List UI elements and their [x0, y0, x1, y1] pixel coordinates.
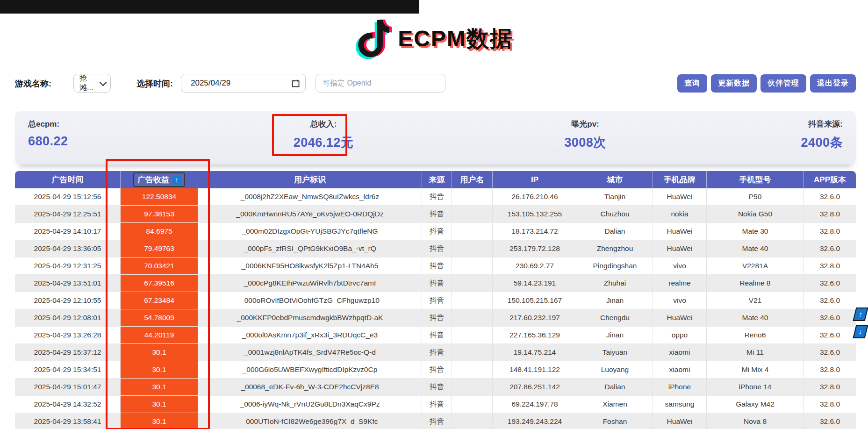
cell-source: 抖音	[422, 361, 452, 379]
sort-control[interactable]: 广告收益↑	[133, 172, 185, 187]
stat-value: 2046.12元	[277, 134, 370, 151]
cell-phone-brand: oppo	[653, 327, 707, 344]
stat-total-income: 总收入: 2046.12元	[277, 119, 370, 151]
cell-phone-brand: HuaWei	[653, 309, 707, 327]
cell-user-id: _0008j2hZ2XEaw_NmwSQ8uIZwkcs_ldr6z	[198, 188, 422, 206]
cell-city: Pingdingshan	[577, 257, 653, 275]
cell-source: 抖音	[422, 379, 452, 396]
table-row: 2025-04-29 13:36:0579.49763_000pFs_zfRSI…	[15, 240, 856, 257]
cell-ad-revenue: 30.1	[121, 413, 198, 429]
cell-source: 抖音	[422, 344, 452, 361]
cell-ad-revenue: 97.38153	[121, 206, 198, 223]
cell-ad-time: 2025-04-29 13:51:01	[15, 275, 121, 292]
cell-ad-revenue: 54.78009	[121, 309, 198, 327]
cell-user-id: _000KmHwnnRU57AYe_oKv5jwEO-0RDQjDz	[198, 206, 422, 223]
column-header-city: 城市	[577, 171, 653, 188]
cell-phone-model: Mate 40	[707, 309, 804, 327]
cell-ad-time: 2025-04-29 12:08:01	[15, 309, 121, 327]
cell-user-id: _000UTIoN-fCI82We6ge396g7X_d_S9Kfc	[198, 413, 422, 429]
partner-manage-button[interactable]: 伙伴管理	[760, 74, 806, 93]
cell-username	[452, 188, 493, 206]
cell-app-version: 32.8.0	[804, 396, 856, 413]
cell-city: Foshan	[577, 413, 653, 429]
cell-city: Taiyuan	[577, 344, 653, 361]
table-row: 2025-04-29 13:26:2844.20119_000ol0AsKmn7…	[15, 327, 856, 344]
cell-app-version: 32.6.0	[804, 188, 856, 206]
cell-ip: 207.86.251.142	[493, 379, 577, 396]
cell-source: 抖音	[422, 327, 452, 344]
cell-username	[452, 309, 493, 327]
date-value: 2025/04/29	[191, 79, 230, 88]
cell-phone-brand: HuaWei	[653, 223, 707, 240]
cell-app-version: 32.6.0	[804, 344, 856, 361]
query-button[interactable]: 查询	[677, 74, 707, 93]
cell-ip: 253.179.72.128	[493, 240, 577, 257]
table-row: 2025-04-29 13:58:4130.1_000UTIoN-fCI82We…	[15, 413, 856, 429]
ecpm-data-table: 广告时间广告收益↑用户标识来源用户名IP城市手机品牌手机型号APP版本 2025…	[15, 171, 856, 429]
table-row: 2025-04-29 15:01:4730.1_00068_eDK-Fv-6h_…	[15, 379, 856, 396]
browser-dark-strip	[0, 0, 419, 14]
cell-phone-model: Realme 8	[707, 275, 804, 292]
date-picker-input[interactable]: 2025/04/29	[181, 74, 306, 93]
cell-app-version: 32.8.0	[804, 361, 856, 379]
cell-source: 抖音	[422, 240, 452, 257]
cell-ip: 148.41.191.122	[493, 361, 577, 379]
game-name-label: 游戏名称:	[15, 78, 51, 89]
column-header-phone-brand: 手机品牌	[653, 171, 707, 188]
table-row: 2025-04-29 12:10:5567.23484_000oROvIfBOt…	[15, 292, 856, 309]
chevron-down-icon	[100, 79, 107, 86]
table-row: 2025-04-29 12:25:5197.38153_000KmHwnnRU5…	[15, 206, 856, 223]
table-row: 2025-04-29 14:32:5230.1_0006-iyWq-Nk_rVn…	[15, 396, 856, 413]
cell-city: Tianjin	[577, 188, 653, 206]
cell-user-id: _000m02DIzgxOpGt-YUjSBGJYc7qtfleNG	[198, 223, 422, 240]
column-header-phone-model: 手机型号	[707, 171, 804, 188]
cell-ip: 193.249.243.224	[493, 413, 577, 429]
cell-phone-brand: realme	[653, 275, 707, 292]
logout-button[interactable]: 退出登录	[810, 74, 856, 93]
cell-ad-time: 2025-04-29 15:01:47	[15, 379, 121, 396]
calendar-icon	[292, 79, 300, 87]
cell-ad-time: 2025-04-29 12:10:55	[15, 292, 121, 309]
cell-username	[452, 413, 493, 429]
cell-user-id: _000KKFP0ebdPmuscmdwgkbBWzhpqtD-aK	[198, 309, 422, 327]
stat-douyin-source: 抖音来源: 2400条	[801, 119, 843, 151]
game-select-value: 抢滩...	[79, 73, 100, 93]
cell-ip: 18.173.214.72	[493, 223, 577, 240]
cell-source: 抖音	[422, 223, 452, 240]
cell-app-version: 32.8.0	[804, 379, 856, 396]
cell-phone-model: Mate 40	[707, 240, 804, 257]
stat-value: 2400条	[801, 134, 843, 151]
cell-app-version: 32.6.0	[804, 275, 856, 292]
cell-phone-brand: iPhone	[653, 379, 707, 396]
column-header-ad-revenue[interactable]: 广告收益↑	[121, 171, 198, 188]
cell-source: 抖音	[422, 413, 452, 429]
cell-app-version: 32.6.0	[804, 309, 856, 327]
column-header-username: 用户名	[452, 171, 493, 188]
game-select[interactable]: 抢滩...	[73, 74, 111, 93]
cell-phone-model: Nova 8	[707, 413, 804, 429]
cell-phone-model: Reno6	[707, 327, 804, 344]
cell-city: Zhuhai	[577, 275, 653, 292]
cell-ad-time: 2025-04-29 15:37:12	[15, 344, 121, 361]
cell-city: Jinan	[577, 292, 653, 309]
cell-ad-time: 2025-04-29 12:25:51	[15, 206, 121, 223]
cell-app-version: 32.6.0	[804, 413, 856, 429]
openid-input[interactable]	[316, 74, 445, 93]
cell-phone-model: V21	[707, 292, 804, 309]
tiktok-note-icon	[355, 19, 393, 59]
cell-ad-revenue: 30.1	[121, 361, 198, 379]
cell-ad-revenue: 44.20119	[121, 327, 198, 344]
cell-phone-brand: HuaWei	[653, 413, 707, 429]
column-header-ad-time: 广告时间	[15, 171, 121, 188]
table-row: 2025-04-29 15:37:1230.1_0001wzj8nlApTK4f…	[15, 344, 856, 361]
refresh-data-button[interactable]: 更新数据	[711, 74, 757, 93]
cell-user-id: _0001wzj8nlApTK4fs_SrdV47Re5oc-Q-d	[198, 344, 422, 361]
cell-ad-time: 2025-04-29 12:31:25	[15, 257, 121, 275]
cell-phone-brand: xiaomi	[653, 361, 707, 379]
cell-source: 抖音	[422, 396, 452, 413]
column-header-user-id: 用户标识	[198, 171, 422, 188]
cell-username	[452, 379, 493, 396]
cell-ip: 217.60.232.197	[493, 309, 577, 327]
sort-asc-icon[interactable]: ↑	[172, 175, 181, 185]
cell-ad-time: 2025-04-29 15:34:51	[15, 361, 121, 379]
